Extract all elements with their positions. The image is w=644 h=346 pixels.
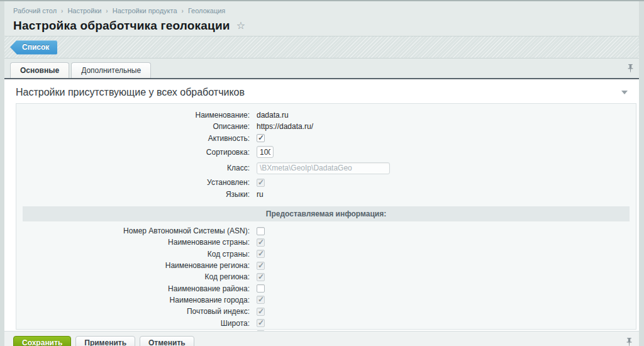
chevron-right-icon: › bbox=[61, 8, 63, 14]
field-label: Код региона: bbox=[23, 272, 257, 281]
sort-input[interactable] bbox=[257, 146, 274, 158]
admin-panel: Рабочий стол›Настройки›Настройки продукт… bbox=[4, 1, 639, 346]
field-row-description: Описание: https://dadata.ru/ bbox=[23, 121, 630, 132]
latitude-checkbox bbox=[257, 319, 265, 327]
info-row-zip: Почтовый индекс: bbox=[23, 306, 630, 317]
installed-checkbox bbox=[257, 179, 265, 187]
section-title: Настройки присутствующие у всех обработч… bbox=[16, 87, 245, 98]
collapse-section-icon[interactable] bbox=[621, 91, 628, 94]
field-label: Наименование района: bbox=[23, 284, 257, 293]
info-section-header: Предоставляемая информация: bbox=[23, 206, 630, 221]
class-input bbox=[257, 162, 390, 174]
info-row-latitude: Широта: bbox=[23, 317, 630, 328]
chevron-right-icon: › bbox=[106, 8, 108, 14]
info-row-city-name: Наименование города: bbox=[23, 294, 630, 306]
field-label: Наименование региона: bbox=[23, 261, 257, 270]
toolbar: Список bbox=[4, 36, 639, 59]
field-row-name: Наименование: dadata.ru bbox=[23, 109, 630, 121]
zip-checkbox bbox=[257, 308, 265, 316]
field-label: Класс: bbox=[23, 164, 257, 172]
pin-icon[interactable] bbox=[626, 337, 632, 346]
info-row-region-name: Наименование региона: bbox=[23, 260, 630, 271]
breadcrumb-product-settings[interactable]: Настройки продукта bbox=[113, 7, 177, 14]
region-code-checkbox bbox=[257, 273, 265, 281]
info-row-country-code: Код страны: bbox=[23, 248, 630, 260]
page-title: Настройка обработчика геолокации bbox=[13, 19, 230, 33]
chevron-right-icon: › bbox=[182, 8, 184, 14]
apply-button[interactable]: Применить bbox=[75, 336, 135, 346]
field-label: Наименование города: bbox=[23, 296, 257, 304]
favorite-star-icon[interactable]: ☆ bbox=[236, 21, 245, 31]
field-label: Номер Автономной Системы (ASN): bbox=[23, 226, 257, 235]
field-value: dadata.ru bbox=[257, 111, 289, 120]
field-label: Наименование страны: bbox=[23, 238, 257, 247]
pin-icon[interactable] bbox=[628, 64, 633, 75]
form-content: Настройки присутствующие у всех обработч… bbox=[4, 79, 639, 331]
asn-checkbox[interactable] bbox=[257, 227, 265, 235]
field-row-languages: Языки: ru bbox=[23, 189, 630, 200]
field-label: Наименование: bbox=[23, 111, 257, 120]
field-label: Почтовый индекс: bbox=[23, 307, 257, 316]
field-row-installed: Установлен: bbox=[23, 176, 630, 189]
settings-fieldset: Наименование: dadata.ru Описание: https:… bbox=[16, 103, 636, 330]
field-row-class: Класс: bbox=[23, 160, 630, 176]
city-name-checkbox bbox=[257, 296, 265, 304]
tab-additional[interactable]: Дополнительные bbox=[71, 62, 151, 78]
breadcrumb-desktop[interactable]: Рабочий стол bbox=[13, 7, 57, 14]
field-label: Описание: bbox=[23, 122, 257, 131]
field-value: ru bbox=[257, 190, 264, 199]
cancel-button[interactable]: Отменить bbox=[140, 336, 194, 346]
breadcrumb-settings[interactable]: Настройки bbox=[67, 7, 101, 14]
back-to-list-button[interactable]: Список bbox=[10, 40, 57, 55]
tab-main[interactable]: Основные bbox=[10, 62, 69, 78]
field-row-active: Активность: bbox=[23, 132, 630, 144]
district-name-checkbox[interactable] bbox=[257, 284, 265, 293]
field-label: Широта: bbox=[23, 319, 257, 328]
info-row-district-name: Наименование района: bbox=[23, 282, 630, 294]
active-checkbox[interactable] bbox=[257, 134, 265, 142]
breadcrumb-geolocation[interactable]: Геолокация bbox=[188, 7, 225, 14]
info-row-country-name: Наименование страны: bbox=[23, 237, 630, 248]
country-name-checkbox bbox=[257, 238, 265, 247]
field-label: Сортировка: bbox=[23, 148, 257, 157]
region-name-checkbox bbox=[257, 262, 265, 270]
info-row-asn: Номер Автономной Системы (ASN): bbox=[23, 225, 630, 237]
save-button[interactable]: Сохранить bbox=[13, 336, 71, 346]
field-row-sort: Сортировка: bbox=[23, 144, 630, 160]
field-value: https://dadata.ru/ bbox=[257, 122, 313, 131]
breadcrumb: Рабочий стол›Настройки›Настройки продукт… bbox=[13, 7, 633, 14]
field-label: Языки: bbox=[23, 190, 257, 199]
form-footer: Сохранить Применить Отменить bbox=[4, 331, 639, 346]
country-code-checkbox bbox=[257, 250, 265, 258]
field-label: Активность: bbox=[23, 134, 257, 143]
info-row-region-code: Код региона: bbox=[23, 271, 630, 282]
field-label: Код страны: bbox=[23, 250, 257, 259]
field-label: Установлен: bbox=[23, 178, 257, 187]
tabs-bar: Основные Дополнительные bbox=[4, 59, 639, 78]
page-header: Рабочий стол›Настройки›Настройки продукт… bbox=[4, 1, 639, 36]
